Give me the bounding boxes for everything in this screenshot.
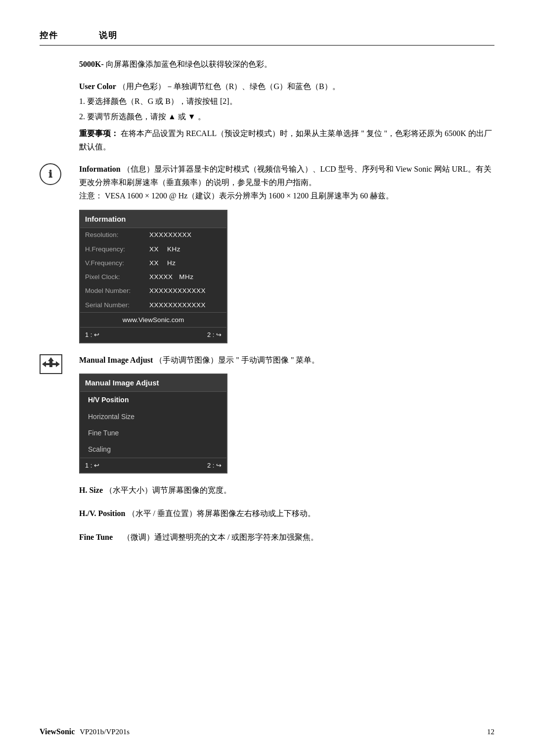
information-icon-col: ℹ — [40, 162, 79, 185]
header-col2: 说明 — [99, 30, 118, 41]
mia-icon — [40, 354, 62, 374]
info-panel-url: www.ViewSonic.com — [80, 312, 226, 327]
svg-marker-0 — [42, 361, 50, 367]
mia-text-col: Manual Image Adjust （手动调节图像）显示 " 手动调节图像 … — [79, 353, 494, 476]
mia-panel: Manual Image Adjust H/V Position Horizon… — [79, 374, 227, 474]
vfreq-label: V.Frequency: — [85, 258, 149, 269]
section-hvpos: H./V. Position （水平 / 垂直位置）将屏幕图像左右移动或上下移动… — [79, 507, 494, 520]
pixelclock-label: Pixel Clock: — [85, 272, 149, 283]
finetune-tab — [115, 533, 121, 541]
hsize-label: H. Size — [79, 486, 103, 494]
mia-desc: （手动调节图像）显示 " 手动调节图像 " 菜单。 — [155, 356, 319, 364]
mia-title-line: Manual Image Adjust （手动调节图像）显示 " 手动调节图像 … — [79, 353, 494, 367]
info-row-modelnumber: Model Number: XXXXXXXXXXXX — [80, 284, 226, 298]
hvpos-label: H./V. Position — [79, 509, 126, 518]
header-row: 控件 说明 — [40, 30, 494, 46]
header-col1: 控件 — [40, 30, 99, 41]
footer-brand: ViewSonic — [40, 727, 75, 736]
page-footer: ViewSonic VP201b/VP201s 12 — [40, 727, 494, 736]
info-row-pixelclock: Pixel Clock: XXXXX MHz — [80, 270, 226, 284]
hsize-line: H. Size （水平大小）调节屏幕图像的宽度。 — [79, 486, 231, 494]
section-information: ℹ Information （信息）显示计算器显卡的定时模式（视频信号输入）、L… — [40, 162, 494, 345]
resolution-value: XXXXXXXXX — [149, 230, 192, 240]
section-5000k: 5000K- 向屏幕图像添加蓝色和绿色以获得较深的色彩。 — [79, 57, 494, 71]
hsize-desc: （水平大小）调节屏幕图像的宽度。 — [105, 486, 231, 494]
footer-model: VP201b/VP201s — [80, 728, 130, 736]
info-btn1-label: 1 : ↩ — [85, 330, 99, 340]
hfreq-value: XX KHz — [149, 244, 180, 255]
page-container: 控件 说明 5000K- 向屏幕图像添加蓝色和绿色以获得较深的色彩。 User … — [0, 0, 534, 756]
svg-marker-2 — [48, 357, 54, 367]
information-desc: （信息）显示计算器显卡的定时模式（视频信号输入）、LCD 型号、序列号和 Vie… — [79, 165, 491, 187]
info-btn2-label: 2 : ↪ — [207, 330, 222, 340]
arrows-svg — [42, 357, 60, 371]
step1-text: 1. 要选择颜色（R、G 或 B），请按按钮 [2]。 — [79, 97, 237, 105]
note-text: VESA 1600 × 1200 @ Hz（建议）表示分辨率为 1600 × 1… — [105, 191, 394, 200]
mia-item-scaling: Scaling — [80, 441, 226, 458]
finetune-desc: （微调）通过调整明亮的文本 / 或图形字符来加强聚焦。 — [123, 533, 318, 541]
note-label: 注意： — [79, 191, 103, 200]
footer-brand-model: ViewSonic VP201b/VP201s — [40, 727, 130, 736]
step2-text: 2. 要调节所选颜色，请按 ▲ 或 ▼ 。 — [79, 112, 206, 121]
important-label: 重要事项： — [79, 129, 119, 138]
mia-label: Manual Image Adjust — [79, 356, 153, 364]
finetune-line: Fine Tune （微调）通过调整明亮的文本 / 或图形字符来加强聚焦。 — [79, 533, 318, 541]
information-text-col: Information （信息）显示计算器显卡的定时模式（视频信号输入）、LCD… — [79, 162, 494, 345]
color-5000k-text: 5000K- 向屏幕图像添加蓝色和绿色以获得较深的色彩。 — [79, 60, 272, 68]
mia-panel-footer: 1 : ↩ 2 : ↪ — [80, 458, 226, 472]
serialnumber-label: Serial Number: — [85, 300, 149, 311]
serialnumber-value: XXXXXXXXXXXX — [149, 300, 206, 311]
modelnumber-label: Model Number: — [85, 285, 149, 296]
mia-btn1-label: 1 : ↩ — [85, 460, 99, 471]
mia-icon-col — [40, 353, 79, 374]
info-row-hfreq: H.Frequency: XX KHz — [80, 242, 226, 256]
svg-marker-1 — [52, 361, 60, 367]
modelnumber-value: XXXXXXXXXXXX — [149, 285, 206, 296]
footer-page: 12 — [487, 728, 494, 736]
information-note: 注意： VESA 1600 × 1200 @ Hz（建议）表示分辨率为 1600… — [79, 189, 494, 202]
information-title-line: Information （信息）显示计算器显卡的定时模式（视频信号输入）、LCD… — [79, 162, 494, 189]
info-row-resolution: Resolution: XXXXXXXXX — [80, 228, 226, 242]
vfreq-value: XX Hz — [149, 258, 176, 269]
info-row-vfreq: V.Frequency: XX Hz — [80, 256, 226, 270]
mia-item-hsize: Horizontal Size — [80, 409, 226, 425]
hvpos-line: H./V. Position （水平 / 垂直位置）将屏幕图像左右移动或上下移动… — [79, 509, 315, 518]
information-panel: Information Resolution: XXXXXXXXX H.Freq… — [79, 210, 227, 343]
pixelclock-value: XXXXX MHz — [149, 272, 194, 283]
important-text: 在将本产品设置为 RECALL（预设定时模式）时，如果从主菜单选择 " 复位 "… — [79, 129, 492, 150]
mia-item-hvposition: H/V Position — [80, 392, 226, 408]
user-color-note: 重要事项： 在将本产品设置为 RECALL（预设定时模式）时，如果从主菜单选择 … — [79, 127, 494, 153]
section-manual-image-adjust: Manual Image Adjust （手动调节图像）显示 " 手动调节图像 … — [40, 353, 494, 476]
user-color-step2: 2. 要调节所选颜色，请按 ▲ 或 ▼ 。 — [79, 110, 494, 123]
mia-btn2-label: 2 : ↪ — [207, 460, 222, 471]
content-area: 5000K- 向屏幕图像添加蓝色和绿色以获得较深的色彩。 User Color … — [40, 57, 494, 544]
user-color-desc: （用户色彩）－单独调节红色（R）、绿色（G）和蓝色（B）。 — [118, 82, 340, 91]
section-finetune: Fine Tune （微调）通过调整明亮的文本 / 或图形字符来加强聚焦。 — [79, 530, 494, 544]
user-color-label: User Color — [79, 82, 116, 91]
info-panel-title: Information — [80, 211, 226, 229]
color-5000k-label: 5000K- — [79, 60, 104, 68]
info-i-symbol: ℹ — [48, 168, 52, 180]
information-icon: ℹ — [40, 163, 61, 185]
finetune-label: Fine Tune — [79, 533, 113, 541]
hfreq-label: H.Frequency: — [85, 244, 149, 255]
section-user-color: User Color （用户色彩）－单独调节红色（R）、绿色（G）和蓝色（B）。… — [79, 80, 494, 153]
mia-item-finetune: Fine Tune — [80, 425, 226, 441]
color-5000k-desc: 向屏幕图像添加蓝色和绿色以获得较深的色彩。 — [106, 60, 272, 68]
user-color-line: User Color （用户色彩）－单独调节红色（R）、绿色（G）和蓝色（B）。 — [79, 80, 494, 93]
info-panel-footer: 1 : ↩ 2 : ↪ — [80, 327, 226, 342]
section-hsize: H. Size （水平大小）调节屏幕图像的宽度。 — [79, 483, 494, 497]
mia-panel-title: Manual Image Adjust — [80, 375, 226, 392]
user-color-step1: 1. 要选择颜色（R、G 或 B），请按按钮 [2]。 — [79, 95, 494, 108]
resolution-label: Resolution: — [85, 230, 149, 240]
hvpos-desc: （水平 / 垂直位置）将屏幕图像左右移动或上下移动。 — [128, 509, 315, 518]
info-row-serialnumber: Serial Number: XXXXXXXXXXXX — [80, 298, 226, 312]
information-label: Information — [79, 165, 121, 173]
